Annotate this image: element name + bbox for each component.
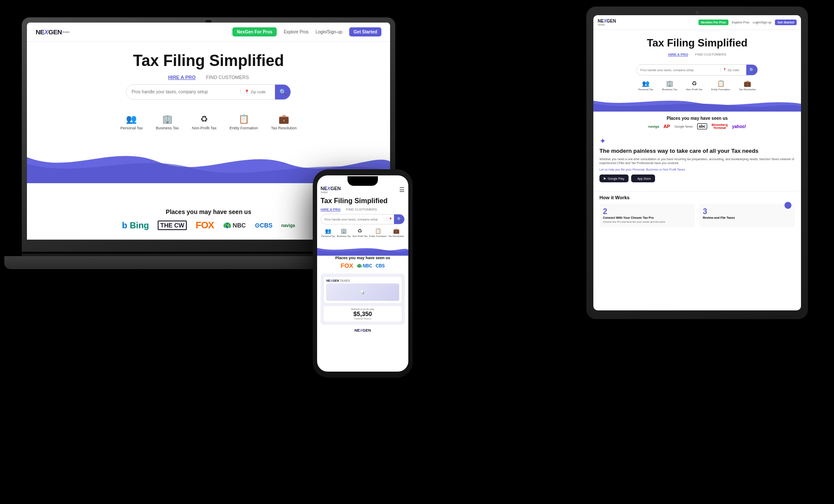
phone-tabs: HIRE A PRO FIND CUSTOMERS bbox=[321, 208, 405, 211]
phone-brand-fox: FOX bbox=[341, 262, 353, 269]
tablet-zip-input[interactable] bbox=[728, 69, 745, 72]
tablet-tab-find[interactable]: FIND CUSTOMERS bbox=[695, 53, 726, 56]
laptop-icons-row: 👥 Personal Tax 🏢 Business Tax ♻ Non-Prof… bbox=[27, 114, 390, 130]
tablet-hero: Tax Filing Simplified HIRE A PRO FIND CU… bbox=[593, 30, 801, 64]
tablet-how-title: How it Works bbox=[599, 195, 795, 200]
tablet-search-button[interactable]: 🔍 bbox=[746, 64, 758, 76]
tablet-app-store-label: App Store bbox=[637, 177, 651, 180]
tablet-search-row: 📍 🔍 bbox=[593, 64, 801, 76]
tablet-nav-links: NexGen For Pros Explore Pros Login/Sign-… bbox=[698, 20, 797, 25]
tablet-entity-label: Entity Formation bbox=[711, 88, 730, 91]
laptop-search-box: 📍 🔍 bbox=[126, 84, 291, 100]
tablet-logo: NEXGEN TAXES bbox=[598, 19, 616, 26]
tablet-step2-num: 2 bbox=[603, 207, 692, 216]
location-icon: 📍 bbox=[244, 89, 249, 94]
tablet-icon-personal[interactable]: 👥 Personal Tax bbox=[639, 80, 654, 91]
personal-tax-icon: 👥 bbox=[126, 114, 137, 124]
tablet-personal-icon: 👥 bbox=[642, 80, 649, 87]
laptop-search-button[interactable]: 🔍 bbox=[275, 84, 291, 100]
get-started-button[interactable]: Get Started bbox=[349, 27, 381, 36]
phone-icon-nonprofit[interactable]: ♻ Non-Profit Tax bbox=[353, 228, 368, 237]
nonprofit-tax-label: Non-Profit Tax bbox=[192, 126, 217, 130]
phone-tab-hire[interactable]: HIRE A PRO bbox=[321, 208, 341, 211]
phone-icon-business[interactable]: 🏢 Business Tax bbox=[337, 228, 351, 237]
tax-resolution-icon: 💼 bbox=[278, 114, 289, 124]
explore-pros-link[interactable]: Explore Pros bbox=[284, 30, 308, 34]
laptop-zip-input[interactable] bbox=[251, 90, 272, 94]
laptop-nav-links: NexGen For Pros Explore Pros Login/Sign-… bbox=[232, 27, 381, 36]
tablet-login-link[interactable]: Login/Sign-up bbox=[753, 21, 771, 24]
phone-nonprofit-icon: ♻ bbox=[357, 228, 362, 234]
tablet-get-started-button[interactable]: Get Started bbox=[775, 20, 797, 25]
tablet-wave-svg bbox=[593, 94, 801, 112]
laptop-icon-nonprofit-tax[interactable]: ♻ Non-Profit Tax bbox=[192, 114, 217, 130]
phone-icon-resolution[interactable]: 💼 Tax Resolution bbox=[388, 228, 404, 237]
tablet-brand-naviga: naviga bbox=[648, 125, 659, 128]
tablet-google-play-label: Google Play bbox=[608, 177, 624, 180]
laptop-icon-business-tax[interactable]: 🏢 Business Tax bbox=[156, 114, 179, 130]
tablet-entity-icon: 📋 bbox=[717, 80, 725, 87]
personal-tax-label: Personal Tax bbox=[120, 126, 143, 130]
play-store-icon: ▶ bbox=[604, 177, 606, 180]
phone-brands-row: FOX 🦚 NBC CBS bbox=[321, 262, 405, 269]
brand-cbs: ⊙CBS bbox=[255, 222, 273, 229]
brand-fox: FOX bbox=[195, 220, 214, 231]
tablet-places-title: Places you may have seen us bbox=[599, 116, 795, 121]
entity-formation-icon: 📋 bbox=[238, 114, 249, 124]
phone-brand-nbc: 🦚 NBC bbox=[357, 264, 372, 268]
tablet-app-store-button[interactable]: App Store bbox=[631, 175, 655, 182]
laptop-search-input[interactable] bbox=[126, 89, 240, 94]
phone-personal-label: Personal Tax bbox=[321, 235, 335, 237]
scene: NEXGEN TAXES NexGen For Pros Explore Pro… bbox=[0, 0, 834, 504]
brand-naviga: naviga bbox=[281, 223, 295, 228]
phone-zip-wrap: 📍 bbox=[387, 217, 394, 221]
tablet-outer: NEXGEN TAXES NexGen For Pros Explore Pro… bbox=[586, 7, 808, 319]
tablet-search-input[interactable] bbox=[637, 69, 720, 72]
phone-refund-badge: Refund is on its way $5,350 Federal Retu… bbox=[323, 306, 402, 322]
tablet-icon-nonprofit[interactable]: ♻ Non-Profit Tax bbox=[686, 80, 702, 91]
login-signup-link[interactable]: Login/Sign-up bbox=[315, 30, 342, 34]
laptop-tab-find[interactable]: FIND CUSTOMERS bbox=[206, 75, 249, 80]
tablet-tab-hire[interactable]: HIRE A PRO bbox=[668, 53, 688, 56]
laptop-tab-hire[interactable]: HIRE A PRO bbox=[168, 75, 195, 80]
phone-hero-title: Tax Filing Simplified bbox=[321, 197, 405, 205]
laptop-icon-tax-resolution[interactable]: 💼 Tax Resolution bbox=[271, 114, 297, 130]
tablet-explore-link[interactable]: Explore Pros bbox=[732, 21, 749, 24]
phone-refund-amount: $5,350 bbox=[327, 310, 398, 317]
tablet-app-buttons: ▶ Google Play App Store bbox=[599, 175, 795, 182]
tablet-tabs: HIRE A PRO FIND CUSTOMERS bbox=[599, 53, 795, 56]
phone-tab-find[interactable]: FIND CUSTOMERS bbox=[346, 208, 377, 211]
tablet-nonprofit-icon: ♻ bbox=[692, 80, 697, 87]
tablet-nexgen-pros-button[interactable]: NexGen For Pros bbox=[698, 20, 728, 25]
phone-menu-icon[interactable]: ☰ bbox=[399, 186, 405, 193]
phone-location-icon: 📍 bbox=[388, 217, 393, 221]
phone-icon-personal[interactable]: 👥 Personal Tax bbox=[321, 228, 335, 237]
tablet-icon-business[interactable]: 🏢 Business Tax bbox=[662, 80, 677, 91]
tablet-modern-link[interactable]: Let us help you file your Personal, Busi… bbox=[599, 168, 795, 171]
phone-business-label: Business Tax bbox=[337, 235, 351, 237]
tablet-brand-yahoo: yahoo! bbox=[732, 124, 746, 129]
phone-search-button[interactable]: 🔍 bbox=[394, 214, 404, 224]
tablet-brands-row: naviga AP Google News abc BloombergTermi… bbox=[599, 123, 795, 129]
tablet-google-play-button[interactable]: ▶ Google Play bbox=[599, 175, 629, 182]
phone-wave-svg bbox=[317, 244, 408, 256]
laptop-icon-entity-formation[interactable]: 📋 Entity Formation bbox=[230, 114, 258, 130]
phone-app-logo-small: NEXGEN TAXES bbox=[326, 279, 399, 282]
phone-icon-entity[interactable]: 📋 Entity Formation bbox=[369, 228, 387, 237]
phone-notch bbox=[348, 176, 378, 186]
phone-personal-icon: 👥 bbox=[325, 228, 331, 234]
nexgen-for-pros-button[interactable]: NexGen For Pros bbox=[232, 27, 277, 36]
phone-entity-label: Entity Formation bbox=[369, 235, 387, 237]
tablet-step3-title: Review and File Taxes bbox=[703, 216, 791, 219]
phone-search-input[interactable] bbox=[321, 218, 387, 221]
phone-icons-row: 👥 Personal Tax 🏢 Business Tax ♻ Non-Prof… bbox=[321, 228, 405, 237]
tablet-icon-resolution[interactable]: 💼 Tax Resolution bbox=[739, 80, 756, 91]
tablet-how-section: How it Works 2 Connect With Your Chosen … bbox=[593, 191, 801, 231]
laptop-icon-personal-tax[interactable]: 👥 Personal Tax bbox=[120, 114, 143, 130]
tablet-icon-entity[interactable]: 📋 Entity Formation bbox=[711, 80, 730, 91]
brand-bing: b Bing bbox=[122, 221, 149, 231]
laptop-hero-title: Tax Filing Simplified bbox=[36, 52, 381, 69]
tablet-places-section: Places you may have seen us naviga AP Go… bbox=[593, 112, 801, 132]
tablet-step2-desc: Choose the Pro that best fits your needs… bbox=[603, 221, 692, 224]
tablet-personal-label: Personal Tax bbox=[639, 88, 654, 91]
